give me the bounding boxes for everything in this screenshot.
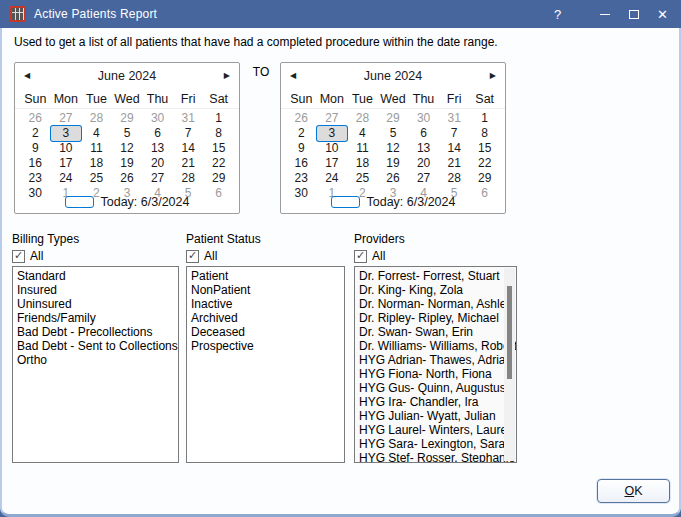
calendar-day[interactable]: 15 — [469, 141, 500, 156]
list-item[interactable]: Dr. Forrest- Forrest, Stuart — [355, 269, 516, 283]
calendar-day[interactable]: 22 — [469, 156, 500, 171]
calendar-day[interactable]: 21 — [439, 156, 470, 171]
providers-listbox[interactable]: Dr. Forrest- Forrest, StuartDr. King- Ki… — [354, 266, 517, 463]
list-item[interactable]: Archived — [187, 311, 344, 325]
calendar-day[interactable]: 20 — [142, 156, 173, 171]
calendar-day[interactable]: 9 — [20, 141, 51, 156]
calendar-day[interactable]: 27 — [142, 171, 173, 186]
calendar-day[interactable]: 11 — [81, 141, 112, 156]
calendar-day[interactable]: 4 — [81, 126, 112, 141]
providers-all-checkbox[interactable]: ✓ — [354, 250, 367, 263]
calendar-day[interactable]: 10 — [317, 141, 348, 156]
calendar-day[interactable]: 5 — [112, 126, 143, 141]
calendar-day[interactable]: 23 — [20, 171, 51, 186]
list-item[interactable]: Standard — [13, 269, 178, 283]
calendar-day-selected[interactable]: 3 — [317, 126, 348, 141]
list-item[interactable]: HYG Gus- Quinn, Augustus — [355, 381, 516, 395]
calendar-day[interactable]: 16 — [20, 156, 51, 171]
list-item[interactable]: HYG Laurel- Winters, Laurel — [355, 423, 516, 437]
calendar-day[interactable]: 27 — [51, 111, 82, 126]
calendar-day[interactable]: 31 — [439, 111, 470, 126]
list-item[interactable]: Ortho — [13, 353, 178, 367]
calendar-day[interactable]: 1 — [203, 111, 234, 126]
list-item[interactable]: Deceased — [187, 325, 344, 339]
billing-types-listbox[interactable]: StandardInsuredUninsuredFriends/FamilyBa… — [12, 266, 179, 463]
list-item[interactable]: Bad Debt - Precollections — [13, 325, 178, 339]
calendar-day[interactable]: 7 — [439, 126, 470, 141]
calendar-day[interactable]: 19 — [378, 156, 409, 171]
list-item[interactable]: Patient — [187, 269, 344, 283]
providers-scrollbar[interactable] — [504, 268, 515, 461]
calendar-day[interactable]: 18 — [347, 156, 378, 171]
calendar-day[interactable]: 31 — [173, 111, 204, 126]
patient-status-all-checkbox[interactable]: ✓ — [186, 250, 199, 263]
calendar-day[interactable]: 19 — [112, 156, 143, 171]
calendar-day[interactable]: 20 — [408, 156, 439, 171]
ok-button[interactable]: OK — [597, 479, 670, 503]
calendar-day[interactable]: 12 — [112, 141, 143, 156]
calendar-day[interactable]: 30 — [408, 111, 439, 126]
calendar-day[interactable]: 21 — [173, 156, 204, 171]
calendar-day[interactable]: 26 — [378, 171, 409, 186]
calendar-day[interactable]: 8 — [469, 126, 500, 141]
next-month-icon[interactable]: ▶ — [482, 72, 496, 80]
maximize-button[interactable] — [619, 0, 648, 28]
calendar-day[interactable]: 4 — [347, 126, 378, 141]
close-button[interactable]: ✕ — [648, 0, 677, 28]
scrollbar-thumb[interactable] — [507, 286, 512, 379]
list-item[interactable]: HYG Julian- Wyatt, Julian — [355, 409, 516, 423]
patient-status-listbox[interactable]: PatientNonPatientInactiveArchivedDecease… — [186, 266, 345, 463]
list-item[interactable]: Uninsured — [13, 297, 178, 311]
calendar-day[interactable]: 27 — [408, 171, 439, 186]
calendar-day[interactable]: 28 — [347, 111, 378, 126]
calendar-day[interactable]: 27 — [317, 111, 348, 126]
list-item[interactable]: Inactive — [187, 297, 344, 311]
calendar-day[interactable]: 18 — [81, 156, 112, 171]
titlebar[interactable]: Active Patients Report ? ✕ — [0, 0, 681, 28]
prev-month-icon[interactable]: ◀ — [290, 72, 304, 80]
calendar-day-selected[interactable]: 3 — [51, 126, 82, 141]
calendar-day[interactable]: 17 — [51, 156, 82, 171]
calendar-day[interactable]: 1 — [469, 111, 500, 126]
list-item[interactable]: Prospective — [187, 339, 344, 353]
next-month-icon[interactable]: ▶ — [216, 72, 230, 80]
minimize-button[interactable] — [590, 0, 619, 28]
calendar-day[interactable]: 7 — [173, 126, 204, 141]
calendar-day[interactable]: 5 — [378, 126, 409, 141]
calendar-day[interactable]: 2 — [286, 126, 317, 141]
calendar-day[interactable]: 24 — [317, 171, 348, 186]
calendar-day[interactable]: 26 — [112, 171, 143, 186]
calendar-day[interactable]: 28 — [173, 171, 204, 186]
calendar-day[interactable]: 28 — [81, 111, 112, 126]
calendar-day[interactable]: 12 — [378, 141, 409, 156]
calendar-day[interactable]: 23 — [286, 171, 317, 186]
calendar-day[interactable]: 6 — [408, 126, 439, 141]
calendar-day[interactable]: 17 — [317, 156, 348, 171]
list-item[interactable]: Dr. Ripley- Ripley, Michael — [355, 311, 516, 325]
calendar-day[interactable]: 24 — [51, 171, 82, 186]
list-item[interactable]: Dr. Williams- Williams, Robert — [355, 339, 516, 353]
billing-types-all-checkbox[interactable]: ✓ — [12, 250, 25, 263]
calendar-day[interactable]: 16 — [286, 156, 317, 171]
calendar-day[interactable]: 28 — [439, 171, 470, 186]
calendar-month-label[interactable]: June 2024 — [304, 69, 482, 83]
calendar-day[interactable]: 6 — [142, 126, 173, 141]
list-item[interactable]: Friends/Family — [13, 311, 178, 325]
calendar-day[interactable]: 13 — [142, 141, 173, 156]
calendar-day[interactable]: 29 — [469, 171, 500, 186]
calendar-day[interactable]: 14 — [173, 141, 204, 156]
calendar-day[interactable]: 26 — [20, 111, 51, 126]
calendar-day[interactable]: 9 — [286, 141, 317, 156]
calendar-day[interactable]: 26 — [286, 111, 317, 126]
list-item[interactable]: Dr. Norman- Norman, Ashley — [355, 297, 516, 311]
calendar-day[interactable]: 14 — [439, 141, 470, 156]
calendar-day[interactable]: 13 — [408, 141, 439, 156]
list-item[interactable]: HYG Sara- Lexington, Sara — [355, 437, 516, 451]
calendar-day[interactable]: 11 — [347, 141, 378, 156]
calendar-day[interactable]: 25 — [347, 171, 378, 186]
list-item[interactable]: NonPatient — [187, 283, 344, 297]
calendar-day[interactable]: 2 — [20, 126, 51, 141]
list-item[interactable]: HYG Fiona- North, Fiona — [355, 367, 516, 381]
list-item[interactable]: HYG Ira- Chandler, Ira — [355, 395, 516, 409]
list-item[interactable]: Insured — [13, 283, 178, 297]
